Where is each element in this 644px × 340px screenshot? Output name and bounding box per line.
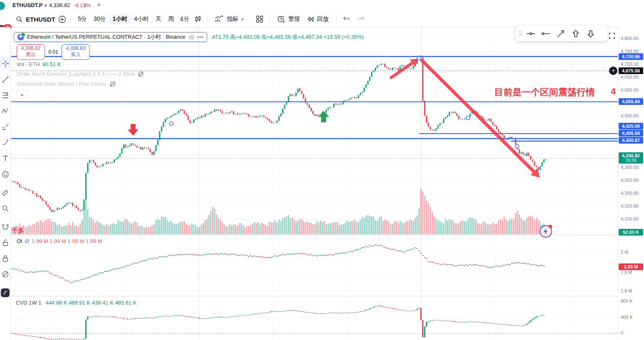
ohlc-values: ,471.75 高=4,493.08 低=4,465.56 收=4,487.34… — [211, 33, 364, 41]
alert-label: 警报 — [288, 15, 300, 23]
tool-trendline-icon[interactable] — [1, 75, 10, 84]
annotation-text-clipped[interactable]: 4 — [611, 86, 616, 97]
up-arrow-marker — [318, 111, 329, 122]
price-tick: 4,650.00 — [621, 74, 639, 79]
lightning-notification-dot — [549, 225, 552, 228]
indicators-button[interactable]: 指标 ▾ — [215, 14, 244, 24]
toolbar-separator — [336, 15, 337, 23]
annotation-text[interactable]: 目前是一个区间震荡行情 — [494, 86, 595, 99]
chart-style-button[interactable] — [194, 14, 202, 24]
interval-button-3[interactable]: 4小时 — [131, 14, 152, 24]
symbol-legend-row: Ethereum / TetherUS PERPETUAL CONTRACT ·… — [14, 32, 364, 42]
legend-more-icon[interactable]: ••• — [197, 34, 204, 40]
horizontal-ray-tool-button[interactable] — [538, 27, 553, 40]
arrow-up-marker-tool-button[interactable] — [568, 27, 583, 40]
oi-tick: 2 M — [621, 250, 628, 255]
indicator-legend-orderblock[interactable]: Order Block Detector [LuxAlgo] 5 3 3 —— … — [17, 71, 144, 77]
price-axis[interactable]: 4,800.004,750.004,700.004,650.004,600.00… — [618, 27, 644, 340]
alert-button[interactable]: 警报 — [276, 14, 300, 24]
price-tick: 4,800.00 — [621, 36, 639, 41]
instant-order-panel: 4,336.82卖出 0.01 4,336.83买入 — [17, 44, 90, 60]
axis-badge-442509: 4,425.09 — [619, 123, 643, 129]
legend-eye-icon[interactable] — [188, 35, 194, 40]
tab-close-icon[interactable]: × — [83, 2, 87, 9]
undo-button[interactable] — [342, 14, 350, 24]
interval-dropdown-chevron-icon[interactable]: ▾ — [180, 14, 182, 24]
down-arrow-marker — [128, 124, 139, 136]
compare-add-button[interactable] — [58, 14, 66, 24]
tool-lock-icon[interactable] — [1, 254, 10, 263]
tool-magnet-icon[interactable] — [1, 223, 10, 231]
tool-crosshair-icon[interactable] — [1, 60, 10, 68]
interval-button-2[interactable]: 1小时 — [109, 14, 130, 24]
maximize-pane-button[interactable] — [606, 30, 618, 42]
interval-button-4[interactable]: 天 — [153, 14, 164, 24]
legend-collapse-button[interactable]: ▲ — [17, 90, 27, 99]
redo-button[interactable] — [357, 14, 365, 24]
tab-price: 4,336.82 — [49, 2, 70, 8]
tradingview-window: ETHUSDT.P ▼ 4,336.82 -4.13% × + 1 ETHUSD… — [0, 0, 644, 340]
symbol-search-button[interactable]: ETHUSDT — [16, 14, 55, 24]
axis-badge-193M: 1.93 M — [619, 263, 643, 270]
open-interest-legend[interactable]: OIØ1.99 M 1.99 M 1.99 M 1.99 M — [17, 238, 102, 244]
interval-button-1[interactable]: 30分 — [91, 14, 109, 24]
tool-zoom-icon[interactable] — [1, 204, 10, 213]
axis-badge-473095: 4,730.95 — [619, 53, 643, 60]
toolbar-separator — [188, 15, 188, 23]
eye-crossed-icon[interactable] — [137, 71, 144, 77]
tool-more-dark-button[interactable] — [1, 288, 10, 297]
price-tick: 4,500.00 — [621, 113, 639, 118]
buy-button[interactable]: 4,336.83买入 — [62, 44, 90, 60]
tool-emoji-icon[interactable] — [1, 170, 10, 179]
horizontal-line-tool-button[interactable] — [523, 27, 538, 40]
symbol-search-value: ETHUSDT — [26, 16, 55, 23]
volume-legend[interactable]: Vol · ETH90.51 K — [17, 61, 61, 67]
drag-handle-icon[interactable] — [518, 30, 523, 38]
cvd-tick: 0 — [621, 330, 623, 335]
tab-symbol[interactable]: ETHUSDT.P — [12, 2, 42, 8]
maximize-icon — [608, 32, 616, 40]
eth-pair-logo-icon — [17, 34, 24, 40]
arrow-down-marker-tool-button[interactable] — [583, 27, 598, 40]
cvd-legend[interactable]: CVD 1W 1444.86 K 469.91 K 439.41 K 465.6… — [16, 300, 136, 306]
eye-crossed-icon[interactable] — [109, 81, 116, 87]
tool-unlock-icon[interactable] — [1, 238, 10, 247]
tool-measure-icon[interactable] — [1, 189, 10, 197]
arrow-tool-button[interactable] — [553, 27, 568, 40]
price-down-triangle-icon: ▼ — [44, 3, 48, 8]
pane-separator[interactable] — [10, 296, 644, 296]
tool-pattern-icon[interactable] — [1, 107, 10, 115]
floating-draw-toolbar — [516, 26, 607, 41]
toolbar-separator — [207, 15, 208, 23]
layout-button[interactable] — [255, 14, 264, 24]
tool-brush-icon[interactable] — [1, 139, 10, 147]
interval-group: 5分30分1小时4小时天周1分 — [75, 14, 193, 24]
tool-hide-drawings-icon[interactable] — [1, 270, 10, 278]
drawing-anchor — [170, 122, 173, 126]
oi-tick: 1.9 M — [621, 270, 632, 275]
indicator-legend-volumized[interactable]: Volumized Order Blocks | Flux Charts — [17, 81, 116, 87]
chart-watermark-text: 千多 — [12, 227, 24, 235]
tab-change: -4.13% — [74, 2, 91, 8]
axis-add-alert-button[interactable]: + — [609, 67, 617, 75]
interval-button-5[interactable]: 周 — [165, 14, 177, 24]
interval-button-0[interactable]: 5分 — [75, 14, 90, 24]
search-icon — [16, 16, 23, 23]
new-tab-button[interactable]: + — [97, 0, 101, 10]
price-tick: 4,600.00 — [621, 87, 639, 92]
tool-forecast-icon[interactable] — [1, 123, 10, 131]
sell-button[interactable]: 4,336.82卖出 — [17, 44, 45, 60]
tool-text-icon[interactable] — [1, 154, 10, 163]
tool-fib-icon[interactable] — [1, 91, 10, 99]
cvd-tick: 800 K — [621, 298, 633, 303]
plus-circle-icon — [58, 15, 66, 23]
browser-tab-bar: ETHUSDT.P ▼ 4,336.82 -4.13% × + — [0, 0, 644, 12]
drawing-anchor — [466, 116, 470, 120]
quick-trade-lightning-button[interactable] — [540, 225, 552, 238]
symbol-legend[interactable]: Ethereum / TetherUS PERPETUAL CONTRACT ·… — [14, 32, 207, 42]
replay-button[interactable]: 回放 — [306, 14, 329, 24]
lightning-bolt-icon — [543, 228, 548, 234]
redo-icon — [357, 15, 365, 23]
spread-value: 0.01 — [45, 49, 62, 55]
replay-label: 回放 — [317, 15, 329, 23]
